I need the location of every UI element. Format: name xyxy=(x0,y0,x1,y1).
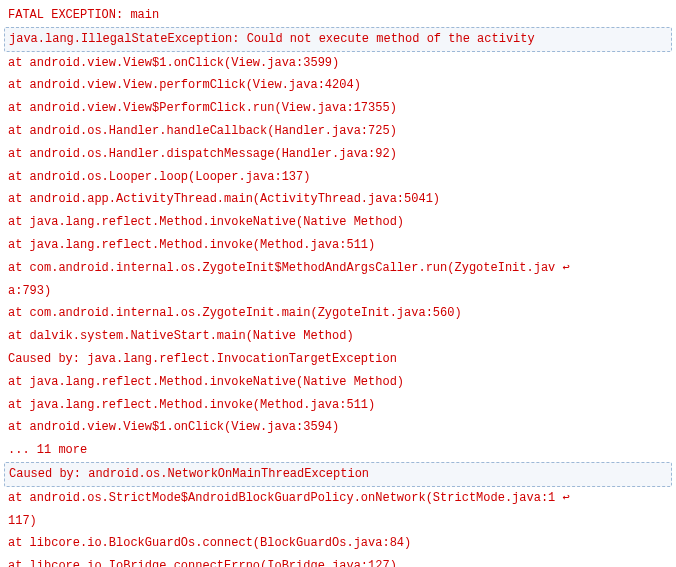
stack-trace-line: FATAL EXCEPTION: main xyxy=(4,4,672,27)
stack-trace-line: at android.view.View.performClick(View.j… xyxy=(4,74,672,97)
stack-trace-line: ... 11 more xyxy=(4,439,672,462)
stack-trace-line: at dalvik.system.NativeStart.main(Native… xyxy=(4,325,672,348)
stack-trace-line: at libcore.io.BlockGuardOs.connect(Block… xyxy=(4,532,672,555)
stack-trace-line: at java.lang.reflect.Method.invoke(Metho… xyxy=(4,234,672,257)
stack-trace-line: at android.view.View$PerformClick.run(Vi… xyxy=(4,97,672,120)
stack-trace-line: at com.android.internal.os.ZygoteInit.ma… xyxy=(4,302,672,325)
stack-trace-line: at java.lang.reflect.Method.invoke(Metho… xyxy=(4,394,672,417)
stack-trace-line-highlighted: java.lang.IllegalStateException: Could n… xyxy=(4,27,672,52)
stack-trace-line: at android.os.Looper.loop(Looper.java:13… xyxy=(4,166,672,189)
stack-trace-line: at libcore.io.IoBridge.connectErrno(IoBr… xyxy=(4,555,672,567)
stack-trace-log: FATAL EXCEPTION: mainjava.lang.IllegalSt… xyxy=(4,4,672,567)
stack-trace-line: Caused by: java.lang.reflect.InvocationT… xyxy=(4,348,672,371)
stack-trace-line: at java.lang.reflect.Method.invokeNative… xyxy=(4,211,672,234)
stack-trace-line: at android.app.ActivityThread.main(Activ… xyxy=(4,188,672,211)
stack-trace-line: at com.android.internal.os.ZygoteInit$Me… xyxy=(4,257,672,303)
stack-trace-line: at android.os.Handler.dispatchMessage(Ha… xyxy=(4,143,672,166)
stack-trace-line: at java.lang.reflect.Method.invokeNative… xyxy=(4,371,672,394)
stack-trace-line: at android.view.View$1.onClick(View.java… xyxy=(4,52,672,75)
stack-trace-line: at android.os.Handler.handleCallback(Han… xyxy=(4,120,672,143)
stack-trace-line: at android.os.StrictMode$AndroidBlockGua… xyxy=(4,487,672,533)
stack-trace-line-highlighted: Caused by: android.os.NetworkOnMainThrea… xyxy=(4,462,672,487)
stack-trace-line: at android.view.View$1.onClick(View.java… xyxy=(4,416,672,439)
